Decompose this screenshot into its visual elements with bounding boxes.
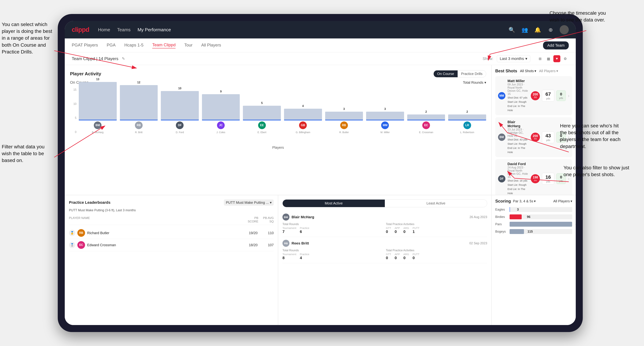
- col-app-val: 0: [394, 229, 400, 234]
- scoring-dropdown[interactable]: Par 3, 4 & 5s ▾: [513, 199, 536, 203]
- subnav-team-clippd[interactable]: Team Clippd: [152, 42, 176, 48]
- add-icon[interactable]: ⊕: [547, 26, 554, 33]
- pl-row-1: 🥇 RB Richard Butler 19/20 110: [69, 227, 274, 239]
- bar-value: 3: [384, 107, 386, 111]
- shot-badge-1: 200 SG: [531, 91, 540, 100]
- shot-player-name-2: Blair McHarg: [508, 120, 529, 128]
- show-value: Last 3 months: [500, 56, 524, 61]
- pl-col-headers: PLAYER NAME PB SCORE PB AVG SQ: [69, 215, 274, 225]
- practice-panels: Practice Leaderboards PUTT Must Make Put…: [65, 195, 492, 325]
- bar-line: [325, 120, 363, 120]
- shot-player-info-1: Matt Miller 09 Jun 2023 · Royal North De…: [508, 79, 529, 112]
- bar-line: [202, 120, 240, 120]
- avatar-circle: DF: [176, 121, 184, 129]
- edit-icon[interactable]: ✎: [122, 56, 125, 61]
- shot-dist-box-1: 67 yds: [542, 90, 554, 102]
- bar-fill: [366, 112, 404, 120]
- x-label: R. Butler: [339, 131, 349, 134]
- avatar[interactable]: [560, 25, 569, 34]
- nav-link-performance[interactable]: My Performance: [138, 26, 171, 34]
- nav-link-home[interactable]: Home: [98, 26, 110, 34]
- player-avatar-2: BM: [498, 134, 506, 141]
- view-settings-icon[interactable]: ⚙: [562, 55, 569, 62]
- on-course-btn[interactable]: On Course: [434, 70, 458, 77]
- subnav-tour[interactable]: Tour: [184, 43, 192, 48]
- ma-stat-title-practice-2: Total Practice Activities: [386, 249, 487, 252]
- col-gtt-val-2: 0: [386, 256, 391, 260]
- least-active-tab[interactable]: Least Active: [385, 199, 487, 207]
- bar-line: [407, 120, 445, 120]
- pl-avatar-2: EC: [77, 241, 85, 249]
- pl-dropdown[interactable]: PUTT Must Make Putting ... ▾: [224, 199, 274, 206]
- chevron-down-icon: ▾: [484, 80, 486, 85]
- x-label: D. Ford: [176, 131, 184, 134]
- bell-icon[interactable]: 🔔: [534, 26, 542, 33]
- shot-player-detail-3: 24 Aug 2023 · Royal North Devon GC, Hole…: [508, 166, 529, 178]
- bar-line: [120, 120, 158, 120]
- bar-fill: [243, 106, 281, 120]
- avatar-circle: MM: [381, 121, 389, 129]
- bar-fill: [407, 114, 445, 120]
- avatar-circle: GB: [299, 121, 307, 129]
- bar-value: 13: [96, 78, 99, 81]
- bs-tab-all-players[interactable]: All Players ▾: [539, 69, 558, 73]
- bar-fill-pars: 499: [510, 222, 572, 227]
- bar-fill-bogeys: 115: [510, 229, 524, 234]
- ma-date-1: 26 Aug 2023: [470, 215, 487, 219]
- shot-stats-1: Shot Dist: 67 yds Start Lie: Rough End L…: [508, 96, 529, 112]
- users-icon[interactable]: 👥: [521, 26, 528, 33]
- pl-row-2: 🥈 EC Edward Crossman 18/20 107: [69, 239, 274, 251]
- shot-card-3: DF David Ford 24 Aug 2023 · Royal North …: [495, 159, 572, 195]
- annotation-left-top: You can select which player is doing the…: [2, 21, 54, 55]
- bar-value: 2: [426, 110, 427, 113]
- avatar-circle: EE: [258, 121, 266, 129]
- y-label-10: 10: [73, 102, 76, 106]
- view-heart-icon[interactable]: ♥: [553, 55, 560, 62]
- col-app-val-2: 0: [394, 256, 400, 260]
- ma-tabs: Most Active Least Active: [282, 199, 487, 207]
- search-icon[interactable]: 🔍: [508, 26, 516, 33]
- bar-mmiller: 3 MM M. Miller: [366, 107, 404, 134]
- player-avatar-3: DF: [498, 175, 506, 182]
- col-player-name: PLAYER NAME: [69, 216, 243, 223]
- show-dropdown[interactable]: Last 3 months ▾: [497, 55, 530, 62]
- most-active-tab[interactable]: Most Active: [282, 199, 385, 207]
- sub-nav: PGAT Players PGA Hcaps 1-5 Team Clippd T…: [65, 38, 576, 52]
- bar-jcoles: 9 JC J. Coles: [202, 90, 240, 134]
- x-label: M. Miller: [380, 131, 390, 134]
- subnav-pgat[interactable]: PGAT Players: [72, 43, 98, 48]
- bar-bmcharg: 13 BM B. McHarg: [79, 78, 117, 134]
- shot-player-detail-2: 23 Jul 2023 · Aldridge GC, Hole 15: [508, 128, 529, 138]
- bs-tab-all-shots[interactable]: All Shots ▾: [520, 69, 536, 73]
- bar-value-bogeys: 115: [528, 230, 533, 233]
- col-tournament: Tournament: [282, 226, 296, 229]
- shot-player-name-1: Matt Miller: [508, 79, 529, 83]
- ma-player-name-1: Blair McHarg: [292, 215, 468, 219]
- avatar-circle: EC: [422, 121, 430, 129]
- subnav-hcaps[interactable]: Hcaps 1-5: [124, 43, 144, 48]
- bar-fill: [325, 112, 363, 120]
- nav-icons: 🔍 👥 🔔 ⊕: [508, 25, 569, 34]
- ma-stat-title-practice-1: Total Practice Activities: [386, 223, 487, 226]
- bar-value-eagles: 3: [517, 208, 519, 211]
- bar-fill: [161, 91, 199, 120]
- pl-avg-1: 110: [260, 231, 274, 235]
- chevron-right-icon[interactable]: ›: [568, 93, 570, 99]
- player-activity-header: Player Activity On Course Practice Drill…: [70, 70, 486, 77]
- view-grid-icon[interactable]: ⊞: [536, 55, 544, 62]
- bar-line: [161, 120, 199, 120]
- shot-zero-box-1: 0 yds: [556, 90, 566, 101]
- bar-fill-birdies: 96: [510, 214, 522, 219]
- add-team-button[interactable]: Add Team: [543, 41, 569, 49]
- bar-label-birdies: Birdies: [495, 215, 508, 219]
- view-list-icon[interactable]: ▦: [545, 55, 552, 62]
- subnav-pga[interactable]: PGA: [107, 43, 116, 48]
- subnav-all-players[interactable]: All Players: [201, 43, 221, 48]
- avatar-circle: JC: [217, 121, 225, 129]
- nav-link-teams[interactable]: Teams: [117, 26, 130, 34]
- scoring-players-dropdown[interactable]: All Players ▾: [553, 199, 572, 203]
- shot-badge-3: 198 SG: [531, 174, 540, 183]
- practice-drills-btn[interactable]: Practice Drills: [458, 70, 486, 77]
- bar-fill: [202, 94, 240, 120]
- rounds-dropdown[interactable]: Total Rounds ▾: [463, 80, 486, 85]
